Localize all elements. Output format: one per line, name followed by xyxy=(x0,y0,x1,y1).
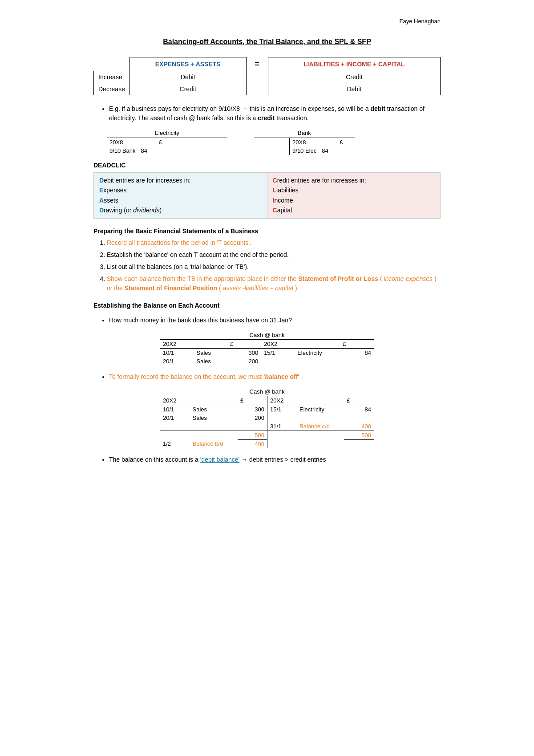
deadclic-right-cell: Credit entries are for increases in: Lia… xyxy=(267,173,441,219)
decrease-left: Credit xyxy=(129,83,246,95)
deadclic-left-cell: Debit entries are for increases in: Expe… xyxy=(94,173,267,219)
section3-bullet-item: How much money in the bank does this bus… xyxy=(109,316,441,325)
deadclic-label: DEADCLIC xyxy=(93,162,441,169)
decrease-right: Debit xyxy=(268,83,440,95)
increase-right: Credit xyxy=(268,71,440,83)
electricity-title: Electricity xyxy=(107,130,227,136)
cash-bank-title-1: Cash @ bank xyxy=(160,332,374,338)
page-title: Balancing-off Accounts, the Trial Balanc… xyxy=(93,38,441,46)
deadclic-liabilities: Liabilities xyxy=(273,185,435,195)
expenses-assets-header: EXPENSES + ASSETS xyxy=(129,57,246,71)
section2-item3: List out all the balances (on a 'trial b… xyxy=(107,262,441,272)
bullet-balance-off: To formally record the balance on the ac… xyxy=(93,372,441,382)
section2-heading: Preparing the Basic Financial Statements… xyxy=(93,228,441,235)
section3-bullet: How much money in the bank does this bus… xyxy=(93,316,441,325)
deadclic-left-header: Debit entries are for increases in: xyxy=(99,175,262,185)
t-accounts-row: Electricity 20X8 £ 9/10 Bank 84 Bank xyxy=(107,130,441,155)
deadclic-assets: Assets xyxy=(99,195,262,205)
final-bullet: The balance on this account is a 'debit … xyxy=(93,455,441,464)
bullet-electricity: E.g. if a business pays for electricity … xyxy=(93,104,441,123)
deadclic-capital: Capital xyxy=(273,205,435,215)
deadclic-drawing: Drawing (or dividends) xyxy=(99,205,262,215)
cash-bank-table-1: Cash @ bank 20X2 £ 20X2 £ 10/1 Sales 300… xyxy=(160,332,374,366)
deadclic-right-header: Credit entries are for increases in: xyxy=(273,175,435,185)
bank-title: Bank xyxy=(254,130,355,136)
electricity-t-account: Electricity 20X8 £ 9/10 Bank 84 xyxy=(107,130,227,155)
bank-t-account: Bank 20X8 £ 9/10 Elec 84 xyxy=(254,130,355,155)
equals-sign: = xyxy=(246,57,268,71)
cash-table-1: 20X2 £ 20X2 £ 10/1 Sales 300 15/1 Electr… xyxy=(160,339,374,366)
deadclic-table: Debit entries are for increases in: Expe… xyxy=(93,172,441,219)
increase-left: Debit xyxy=(129,71,246,83)
balance-off-item: To formally record the balance on the ac… xyxy=(109,372,441,382)
debit-credit-table: EXPENSES + ASSETS = LIABILITIES + INCOME… xyxy=(93,57,441,95)
section2-list: Record all transactions for the period i… xyxy=(93,238,441,293)
deadclic-income: Income xyxy=(273,195,435,205)
final-bullet-item: The balance on this account is a 'debit … xyxy=(109,455,441,464)
increase-label: Increase xyxy=(94,71,130,83)
decrease-label: Decrease xyxy=(94,83,130,95)
deadclic-expenses: Expenses xyxy=(99,185,262,195)
cash-bank-table-2: Cash @ bank 20X2 £ 20X2 £ 10/1 Sales 300… xyxy=(160,388,374,448)
section2-item2: Establish the 'balance' on each T accoun… xyxy=(107,250,441,260)
electricity-example: E.g. if a business pays for electricity … xyxy=(109,104,441,123)
section2-item1: Record all transactions for the period i… xyxy=(107,238,441,248)
cash-table-2: 20X2 £ 20X2 £ 10/1 Sales 300 15/1 Electr… xyxy=(160,396,374,448)
author: Faye Henaghan xyxy=(93,18,441,24)
cash-bank-title-2: Cash @ bank xyxy=(160,388,374,395)
section3-heading: Establishing the Balance on Each Account xyxy=(93,302,441,309)
section2-item4: Show each balance from the TB in the app… xyxy=(107,274,441,293)
liabilities-income-capital-header: LIABILITIES + INCOME + CAPITAL xyxy=(268,57,440,71)
